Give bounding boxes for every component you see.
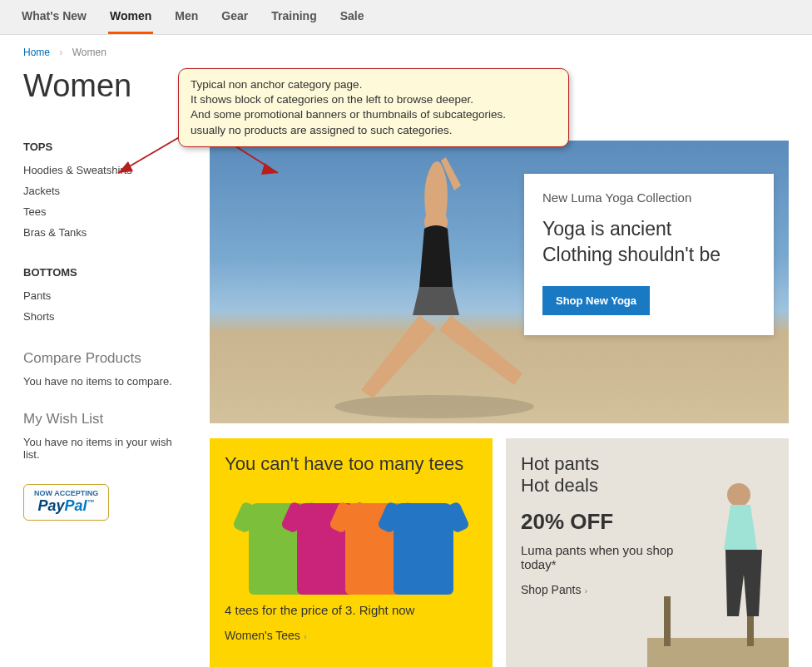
promo-hot-pants[interactable]: Hot pantsHot deals 20% OFF Luma pants wh… [506, 438, 789, 667]
womens-tees-link[interactable]: Women's Tees› [225, 629, 307, 642]
nav-women[interactable]: Women [108, 0, 153, 34]
hero-headline: Yoga is ancient Clothing shouldn't be [542, 216, 755, 268]
yoga-figure-illustration [326, 157, 542, 423]
hero-eyebrow: New Luma Yoga Collection [542, 190, 755, 205]
sidebar: Tops Hoodies & Sweatshirts Jackets Tees … [23, 141, 190, 667]
paypal-line1: NOW ACCEPTING [34, 489, 98, 497]
nav-men[interactable]: Men [173, 0, 200, 34]
shop-pants-link[interactable]: Shop Pants› [521, 583, 587, 596]
nav-whats-new[interactable]: What's New [20, 0, 88, 34]
breadcrumb-home[interactable]: Home [23, 47, 50, 58]
nav-gear[interactable]: Gear [220, 0, 250, 34]
annotation-callout: Typical non anchor category page. It sho… [178, 68, 569, 147]
nav-sale[interactable]: Sale [339, 0, 366, 34]
wishlist-title: My Wish List [23, 411, 190, 427]
svg-rect-7 [664, 596, 671, 646]
nav-training[interactable]: Training [270, 0, 318, 34]
shop-new-yoga-button[interactable]: Shop New Yoga [542, 286, 650, 315]
tees-illustration [225, 487, 478, 595]
pants-figure-illustration [647, 472, 789, 667]
chevron-right-icon: › [59, 47, 62, 58]
sidebar-heading-bottoms: Bottoms [23, 266, 190, 279]
svg-point-9 [727, 483, 750, 506]
svg-point-4 [334, 395, 534, 418]
hero-card: New Luma Yoga Collection Yoga is ancient… [524, 174, 774, 335]
compare-title: Compare Products [23, 350, 190, 367]
main-nav: What's New Women Men Gear Training Sale [20, 0, 792, 34]
sidebar-item-pants[interactable]: Pants [23, 285, 190, 306]
promo-tees-sub: 4 tees for the price of 3. Right now [225, 603, 478, 617]
chevron-right-icon: › [304, 631, 307, 641]
promo-tees-title: You can't have too many tees [225, 453, 478, 475]
sidebar-item-tees[interactable]: Tees [23, 201, 190, 222]
sidebar-item-bras-tanks[interactable]: Bras & Tanks [23, 222, 190, 243]
compare-empty: You have no items to compare. [23, 375, 190, 388]
chevron-right-icon: › [584, 585, 587, 595]
sidebar-item-shorts[interactable]: Shorts [23, 306, 190, 327]
breadcrumb-current: Women [72, 47, 106, 58]
promo-tees[interactable]: You can't have too many tees 4 tees for … [210, 438, 493, 667]
main-content: New Luma Yoga Collection Yoga is ancient… [210, 141, 789, 667]
wishlist-empty: You have no items in your wish list. [23, 436, 190, 461]
svg-marker-1 [118, 161, 133, 173]
breadcrumb: Home › Women [0, 35, 812, 63]
paypal-badge[interactable]: NOW ACCEPTING PayPal™ [23, 484, 109, 521]
